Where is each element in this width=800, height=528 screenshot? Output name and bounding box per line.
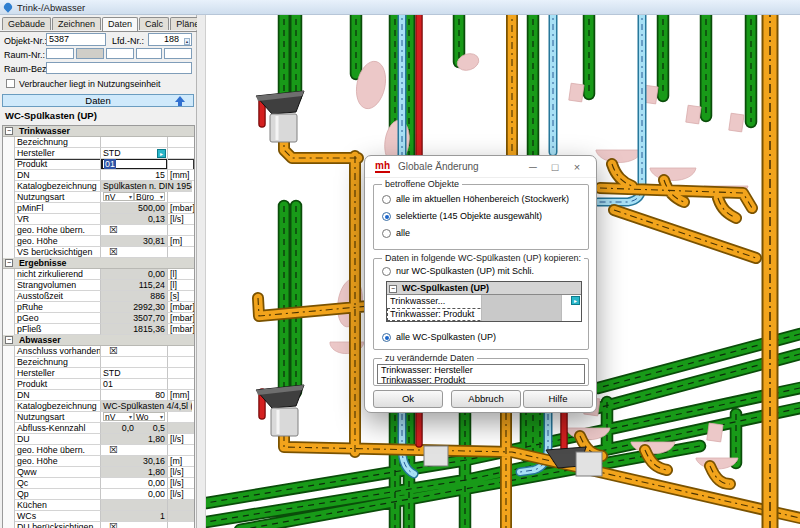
row-value[interactable] [101,357,168,368]
checkbox-checked-icon[interactable]: ☒ [109,247,118,257]
row-value[interactable]: nV▾Büro▾ [101,192,168,203]
row-value[interactable]: 1815,36 [101,324,168,335]
raum-nr-cell-1[interactable] [46,48,74,59]
collapse-icon[interactable]: − [5,127,13,135]
ok-button[interactable]: Ok [373,390,443,408]
tab-zeichnen[interactable]: Zeichnen [52,17,101,30]
grid-row[interactable]: KatalogbezeichnungWC-Spülkasten 4/4,5l (… [3,401,194,412]
grid-row[interactable]: geo. Höhe30,81[m] [3,236,194,247]
collapse-icon[interactable]: − [5,336,13,344]
verbraucher-checkbox[interactable] [6,79,15,88]
change-list-item[interactable]: Trinkwasser: Produkt [381,375,581,384]
grid-row[interactable]: nicht zirkulierend0,00[l] [3,269,194,280]
row-value[interactable]: 115,24 [101,280,168,291]
table-row[interactable]: Trinkwasser...▸ [387,295,581,308]
grid-row[interactable]: Anschluss vorhanden☒ [3,346,194,357]
collapse-icon[interactable]: − [389,285,397,293]
row-value[interactable]: 0,13 [101,214,168,225]
grid-row[interactable]: VR0,13[l/s] [3,214,194,225]
grid-row[interactable]: Bezeichnung [3,357,194,368]
row-value[interactable]: ☒ [101,346,168,357]
lfd-nr-input[interactable]: 188 ▲ ▼ [148,33,192,46]
row-value[interactable]: 886 [101,291,168,302]
row-value[interactable] [101,137,168,148]
tab-daten[interactable]: Daten [102,17,138,31]
panel-splitter[interactable] [197,15,206,528]
raum-nr-cell-4[interactable] [136,48,162,59]
spinner-up-icon[interactable]: ▲ [184,38,190,45]
dialog-titlebar[interactable]: mh Globale Änderung ─ □ × [365,156,596,178]
grid-row[interactable]: Abfluss-Kennzahl0,00,5 [3,423,194,434]
checkbox-checked-icon[interactable]: ☒ [109,445,118,455]
window-titlebar[interactable]: Trink-/Abwasser [0,0,800,15]
daten-button[interactable]: Daten [2,94,194,107]
grid-row[interactable]: Bezeichnung [3,137,194,148]
row-value[interactable]: 0,00,5 [101,423,168,434]
dropdown[interactable]: nV▾ [103,192,134,201]
table-row-value[interactable] [482,295,562,308]
row-value[interactable]: 1,80 [101,467,168,478]
checkbox-checked-icon[interactable]: ☒ [109,346,118,356]
row-value[interactable]: 30,16 [101,456,168,467]
row-value[interactable] [101,500,168,511]
grid-row[interactable]: Qww1,80[l/s] [3,467,194,478]
radio-icon[interactable] [382,229,391,238]
radio-option-1[interactable]: selektierte (145 Objekte ausgewählt) [382,210,542,222]
row-value[interactable]: 3507,70 [101,313,168,324]
grid-section-row[interactable]: −Abwasser [3,335,194,346]
grid-row[interactable]: pGeo3507,70[mbar] [3,313,194,324]
table-row-value[interactable] [482,308,562,321]
row-value[interactable]: ☒ [101,522,168,528]
grid-row[interactable]: NutzungsartnV▾Büro▾ [3,192,194,203]
grid-row[interactable]: NutzungsartnV▾Wo▾ [3,412,194,423]
row-value[interactable]: 15 [101,170,168,181]
row-value[interactable]: ☒ [101,247,168,258]
dropdown[interactable]: Wo▾ [134,412,165,421]
row-value[interactable]: 01 [101,159,168,170]
row-value[interactable]: 80 [101,390,168,401]
row-value[interactable]: STD▸ [101,148,168,159]
spinner-control[interactable]: ▲ ▼ [181,35,190,44]
grid-row[interactable]: WCs1 [3,511,194,522]
checkbox-checked-icon[interactable]: ☒ [109,522,118,528]
row-value[interactable]: 1,80 [101,434,168,445]
grid-section-row[interactable]: −Trinkwasser [3,126,194,137]
tab-gebäude[interactable]: Gebäude [2,17,51,30]
row-value[interactable]: 30,81 [101,236,168,247]
grid-row[interactable]: DN80[mm] [3,390,194,401]
radio-option-2[interactable]: alle [382,227,410,239]
row-value[interactable]: Spülkasten n. DIN 19542 [101,181,192,192]
row-value[interactable]: 0,00 [101,269,168,280]
catalog-picker-icon[interactable]: ▸ [157,149,166,158]
table-row-end[interactable]: ▸ [562,295,581,308]
dropdown[interactable]: Büro▾ [134,192,165,201]
change-list[interactable]: Trinkwasser: HerstellerTrinkwasser: Prod… [377,364,585,384]
grid-row[interactable]: Produkt01 [3,159,194,170]
grid-row[interactable]: pMinFl500,00[mbar] [3,203,194,214]
grid-row[interactable]: Qp0,00[l/s] [3,489,194,500]
radio-nur-wc-spuelkasten[interactable]: nur WC-Spülkasten (UP) mit Schli. [382,265,534,277]
dropdown[interactable]: nV▾ [103,412,134,421]
row-value[interactable]: ☒ [101,225,168,236]
table-row[interactable]: Trinkwasser: Produkt [387,308,581,321]
row-value[interactable]: 500,00 [101,203,168,214]
tab-calc[interactable]: Calc [139,17,169,30]
grid-row[interactable]: DN15[mm] [3,170,194,181]
edit-cell[interactable]: 01 [101,159,168,170]
abbruch-button[interactable]: Abbruch [451,390,521,408]
objekt-nr-input[interactable]: 5387 [46,33,106,46]
row-value[interactable]: STD [101,368,168,379]
row-value[interactable]: 01 [101,379,168,390]
grid-row[interactable]: DU berücksichtigen☒ [3,522,194,528]
grid-row[interactable]: DU1,80[l/s] [3,434,194,445]
checkbox-checked-icon[interactable]: ☒ [109,225,118,235]
grid-row[interactable]: pFließ1815,36[mbar] [3,324,194,335]
grid-row[interactable]: Ausstoßzeit886[s] [3,291,194,302]
minimize-icon[interactable]: ─ [522,161,544,173]
grid-row[interactable]: geo. Höhe übern.☒ [3,445,194,456]
grid-row[interactable]: Produkt01 [3,379,194,390]
grid-row[interactable]: KatalogbezeichnungSpülkasten n. DIN 1954… [3,181,194,192]
radio-icon[interactable] [382,267,391,276]
radio-icon[interactable] [382,195,391,204]
maximize-icon[interactable]: □ [544,161,566,173]
